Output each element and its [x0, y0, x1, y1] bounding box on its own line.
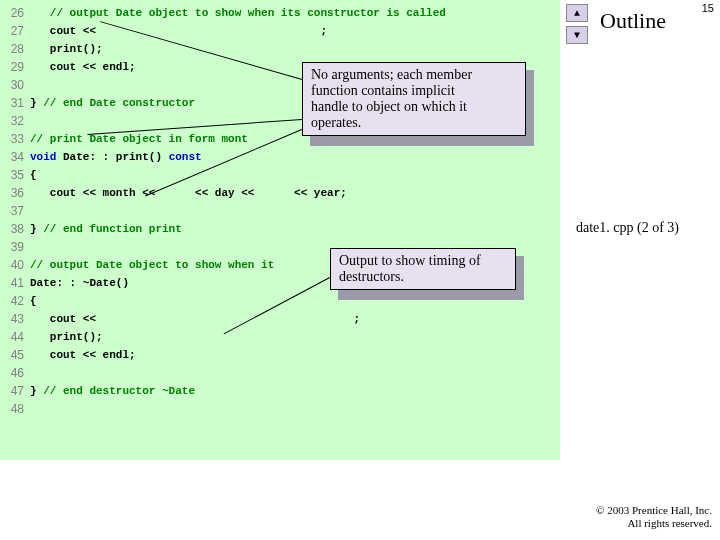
callout-text: function contains implicit	[311, 83, 517, 99]
copyright-line: © 2003 Prentice Hall, Inc.	[596, 504, 712, 517]
code-text: }	[30, 382, 43, 400]
code-text: Date: : print()	[56, 148, 168, 166]
code-comment: // end Date constructor	[43, 94, 195, 112]
line-number: 48	[0, 400, 30, 418]
code-comment: // print Date object in form mont	[30, 130, 248, 148]
code-comment: // end destructor ~Date	[43, 382, 195, 400]
callout-text: No arguments; each member	[311, 67, 517, 83]
code-keyword: void	[30, 148, 56, 166]
line-number: 45	[0, 346, 30, 364]
callout-text: destructors.	[339, 269, 507, 285]
code-text: Date: : ~Date()	[30, 274, 129, 292]
code-text: print();	[30, 40, 103, 58]
line-number: 32	[0, 112, 30, 130]
line-number: 44	[0, 328, 30, 346]
arrow-down-icon: ▼	[574, 30, 580, 41]
slide-number: 15	[702, 2, 714, 14]
code-comment: // output Date object to show when it	[30, 256, 274, 274]
line-number: 37	[0, 202, 30, 220]
code-comment: // output Date object to show when its c…	[30, 4, 446, 22]
file-label: date1. cpp (2 of 3)	[576, 220, 679, 236]
code-text: {	[30, 166, 37, 184]
line-number: 30	[0, 76, 30, 94]
line-number: 43	[0, 310, 30, 328]
code-text: cout << endl;	[30, 346, 136, 364]
line-number: 27	[0, 22, 30, 40]
callout-text: Output to show timing of	[339, 253, 507, 269]
copyright-line: All rights reserved.	[596, 517, 712, 530]
callout-text: operates.	[311, 115, 517, 131]
arrow-up-icon: ▲	[574, 8, 580, 19]
line-number: 28	[0, 40, 30, 58]
line-number: 42	[0, 292, 30, 310]
line-number: 38	[0, 220, 30, 238]
callout-text: handle to object on which it	[311, 99, 517, 115]
code-text: cout << ;	[30, 310, 360, 328]
nav-next-button[interactable]: ▼	[566, 26, 588, 44]
line-number: 26	[0, 4, 30, 22]
code-text: }	[30, 94, 43, 112]
line-number: 46	[0, 364, 30, 382]
line-number: 36	[0, 184, 30, 202]
code-text: cout <<	[30, 22, 103, 40]
line-number: 29	[0, 58, 30, 76]
line-number: 34	[0, 148, 30, 166]
code-text: print();	[30, 328, 103, 346]
code-keyword: const	[169, 148, 202, 166]
line-number: 39	[0, 238, 30, 256]
code-text: }	[30, 220, 43, 238]
line-number: 33	[0, 130, 30, 148]
code-text: {	[30, 292, 37, 310]
callout-destructor-output: Output to show timing of destructors.	[330, 248, 516, 290]
nav-prev-button[interactable]: ▲	[566, 4, 588, 22]
code-text: cout << endl;	[30, 58, 136, 76]
code-text: cout << month << << day << << year;	[30, 184, 347, 202]
line-number: 40	[0, 256, 30, 274]
code-comment: // end function print	[43, 220, 182, 238]
line-number: 31	[0, 94, 30, 112]
line-number: 47	[0, 382, 30, 400]
outline-heading: Outline	[600, 8, 666, 34]
callout-no-arguments: No arguments; each member function conta…	[302, 62, 526, 136]
line-number: 41	[0, 274, 30, 292]
line-number: 35	[0, 166, 30, 184]
copyright: © 2003 Prentice Hall, Inc. All rights re…	[596, 504, 712, 530]
right-column: ▲ ▼ Outline 15 date1. cpp (2 of 3)	[560, 0, 720, 540]
